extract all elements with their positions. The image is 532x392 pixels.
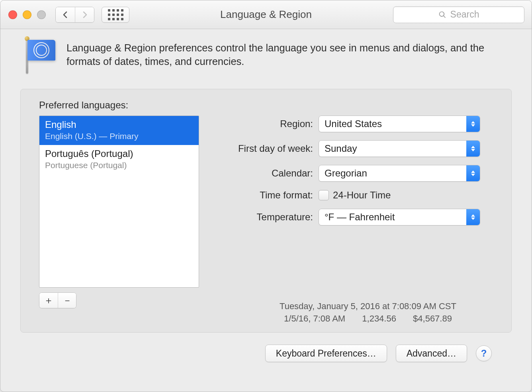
keyboard-preferences-button[interactable]: Keyboard Preferences… <box>265 345 387 362</box>
search-field[interactable]: Search <box>393 6 524 23</box>
search-placeholder: Search <box>450 9 479 20</box>
updown-stepper-icon <box>466 209 480 225</box>
show-all-button[interactable] <box>102 7 129 23</box>
temperature-popup[interactable]: °F — Fahrenheit <box>319 209 480 225</box>
settings-panel: Preferred languages: English English (U.… <box>20 89 512 333</box>
calendar-popup[interactable]: Gregorian <box>319 165 480 182</box>
language-item-portuguese[interactable]: Português (Portugal) Portuguese (Portuga… <box>39 145 199 174</box>
plus-icon: ＋ <box>44 294 53 307</box>
help-button[interactable]: ? <box>476 345 492 361</box>
time-format-checkbox-label: 24-Hour Time <box>333 190 391 201</box>
window-title: Language & Region <box>220 8 312 21</box>
updown-stepper-icon <box>466 165 480 181</box>
pane-description: Language & Region preferences control th… <box>66 39 485 69</box>
language-subtitle: Portuguese (Portugal) <box>45 161 193 170</box>
language-region-icon <box>20 39 55 75</box>
preview-currency: $4,567.89 <box>413 314 452 323</box>
first-day-value: Sunday <box>319 143 466 154</box>
language-name: Português (Portugal) <box>45 148 193 159</box>
region-value: United States <box>319 118 466 129</box>
preview-number: 1,234.56 <box>362 314 396 323</box>
first-day-popup[interactable]: Sunday <box>319 140 480 157</box>
zoom-window-button <box>37 10 46 19</box>
time-format-label: Time format: <box>213 190 313 201</box>
updown-stepper-icon <box>466 116 480 132</box>
minus-icon: － <box>63 294 72 307</box>
language-item-english[interactable]: English English (U.S.) — Primary <box>39 116 199 145</box>
back-button[interactable] <box>56 7 75 22</box>
calendar-label: Calendar: <box>213 168 313 179</box>
forward-button[interactable] <box>75 7 94 22</box>
close-window-button[interactable] <box>8 10 17 19</box>
updown-stepper-icon <box>466 141 480 157</box>
language-list[interactable]: English English (U.S.) — Primary Portugu… <box>39 116 199 288</box>
advanced-button[interactable]: Advanced… <box>396 345 467 362</box>
chevron-left-icon <box>62 11 68 18</box>
preferred-languages-label: Preferred languages: <box>39 100 199 111</box>
time-format-checkbox[interactable] <box>319 190 329 200</box>
titlebar: Language & Region Search <box>0 0 532 29</box>
grid-icon <box>108 9 123 20</box>
calendar-value: Gregorian <box>319 168 466 179</box>
chevron-right-icon <box>82 11 88 18</box>
add-language-button[interactable]: ＋ <box>39 293 58 308</box>
search-icon <box>438 11 446 19</box>
add-remove-group: ＋ － <box>39 292 76 308</box>
format-preview: Tuesday, January 5, 2016 at 7:08:09 AM C… <box>248 300 487 325</box>
region-label: Region: <box>213 118 313 129</box>
first-day-label: First day of week: <box>213 143 313 154</box>
temperature-label: Temperature: <box>213 212 313 223</box>
language-name: English <box>45 119 193 130</box>
traffic-lights <box>8 10 46 19</box>
nav-button-group <box>55 7 94 23</box>
remove-language-button[interactable]: － <box>58 293 76 308</box>
header-row: Language & Region preferences control th… <box>20 39 512 75</box>
content-area: Language & Region preferences control th… <box>0 29 532 362</box>
help-icon: ? <box>481 348 487 359</box>
minimize-window-button[interactable] <box>23 10 31 19</box>
bottom-button-row: Keyboard Preferences… Advanced… ? <box>20 333 512 362</box>
preferred-languages-section: Preferred languages: English English (U.… <box>39 100 199 323</box>
temperature-value: °F — Fahrenheit <box>319 212 466 223</box>
language-subtitle: English (U.S.) — Primary <box>45 131 193 141</box>
preview-long-date: Tuesday, January 5, 2016 at 7:08:09 AM C… <box>248 300 487 313</box>
preferences-window: Language & Region Search Language & Regi… <box>0 0 532 392</box>
region-popup[interactable]: United States <box>319 116 480 132</box>
region-settings: Region: United States First day of week:… <box>213 100 499 323</box>
preview-short-date: 1/5/16, 7:08 AM <box>284 314 345 323</box>
